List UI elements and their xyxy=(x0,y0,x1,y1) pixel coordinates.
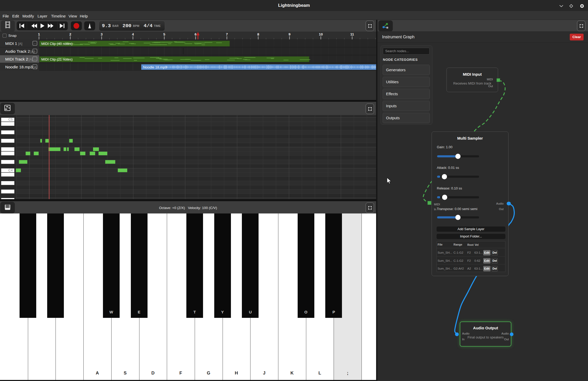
svg-text:11: 11 xyxy=(350,32,354,36)
svg-text:MIDI Track 2[A]: MIDI Track 2[A] xyxy=(5,57,33,61)
svg-text:C4: C4 xyxy=(8,168,13,172)
svg-text:10: 10 xyxy=(319,32,323,36)
svg-text:8: 8 xyxy=(257,32,259,36)
svg-text:5: 5 xyxy=(163,32,165,36)
svg-text:-: - xyxy=(34,42,35,45)
svg-text:7: 7 xyxy=(226,32,228,36)
svg-text:Noodle 18.mp3[A]: Noodle 18.mp3[A] xyxy=(5,65,37,69)
svg-text:MIDI Clip (40 notes): MIDI Clip (40 notes) xyxy=(41,42,73,46)
svg-text:-: - xyxy=(34,50,35,53)
svg-text:3: 3 xyxy=(101,32,103,36)
svg-text:9: 9 xyxy=(289,32,291,36)
svg-text:MIDI Clip (21 notes): MIDI Clip (21 notes) xyxy=(41,57,73,61)
svg-text:C5: C5 xyxy=(8,117,13,121)
svg-text:2: 2 xyxy=(69,32,71,36)
svg-text:6: 6 xyxy=(195,32,197,36)
svg-text:MIDI 1[A]: MIDI 1[A] xyxy=(5,41,22,46)
svg-text:1: 1 xyxy=(38,32,40,36)
svg-text:-: - xyxy=(34,57,35,61)
svg-text:4: 4 xyxy=(132,32,134,36)
svg-text:Noodle 18.mp3: Noodle 18.mp3 xyxy=(143,65,167,69)
